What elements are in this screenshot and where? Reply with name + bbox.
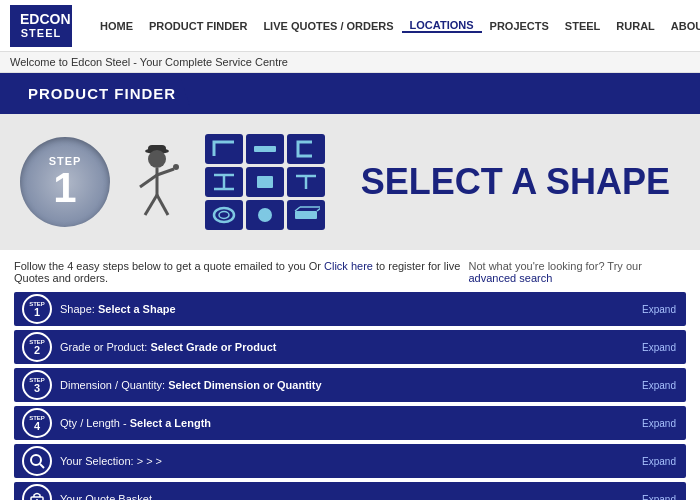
shape-square[interactable]	[246, 167, 284, 197]
logo-line1: EDCON	[20, 11, 62, 28]
search-icon	[22, 446, 52, 476]
step-badge-1: STEP 1	[22, 294, 52, 324]
shape-angle[interactable]	[205, 134, 243, 164]
step-2-expand[interactable]: Expand	[632, 342, 686, 353]
main-nav: HOME PRODUCT FINDER LIVE QUOTES / ORDERS…	[92, 19, 700, 33]
svg-point-23	[31, 455, 41, 465]
step-2-label: Grade or Product: Select Grade or Produc…	[60, 339, 632, 355]
stick-figure	[130, 137, 185, 227]
svg-line-4	[140, 175, 157, 187]
product-finder-title: PRODUCT FINDER	[14, 79, 190, 108]
header: EDCON STEEL HOME PRODUCT FINDER LIVE QUO…	[0, 0, 700, 52]
steps-intro-text: Follow the 4 easy steps below to get a q…	[14, 260, 469, 284]
step-circle: STEP 1	[20, 137, 110, 227]
step-badge-3: STEP 3	[22, 370, 52, 400]
step-badge-4: STEP 4	[22, 408, 52, 438]
nav-steel[interactable]: STEEL	[557, 20, 608, 32]
svg-rect-9	[254, 146, 276, 152]
svg-line-5	[157, 169, 174, 175]
product-finder-header-wrap: PRODUCT FINDER	[0, 73, 700, 114]
shape-pipe[interactable]	[205, 200, 243, 230]
step-row-4[interactable]: STEP 4 Qty / Length - Select a Length Ex…	[14, 406, 686, 440]
svg-rect-19	[295, 211, 317, 219]
nav-about-us[interactable]: ABOUT US	[663, 20, 700, 32]
shapes-grid	[205, 134, 325, 230]
nav-locations[interactable]: LOCATIONS	[402, 19, 482, 33]
selection-label: Your Selection: > > >	[60, 453, 632, 469]
svg-point-6	[173, 164, 179, 170]
svg-line-24	[40, 464, 44, 468]
shape-flatbar[interactable]	[246, 134, 284, 164]
svg-point-18	[258, 208, 272, 222]
advanced-search-text: Not what you're looking for? Try our adv…	[469, 260, 687, 284]
selection-expand[interactable]: Expand	[632, 456, 686, 467]
step-badge-2: STEP 2	[22, 332, 52, 362]
steps-section: Follow the 4 easy steps below to get a q…	[0, 250, 700, 500]
welcome-text: Welcome to Edcon Steel - Your Complete S…	[10, 56, 288, 68]
shape-tbar[interactable]	[287, 167, 325, 197]
step-3-expand[interactable]: Expand	[632, 380, 686, 391]
svg-line-7	[145, 195, 157, 215]
step-4-label: Qty / Length - Select a Length	[60, 415, 632, 431]
step-row-1[interactable]: STEP 1 Shape: Select a Shape Expand	[14, 292, 686, 326]
svg-rect-13	[257, 176, 273, 188]
selection-row[interactable]: Your Selection: > > > Expand	[14, 444, 686, 478]
quote-basket-expand[interactable]: Expand	[632, 494, 686, 501]
select-shape-heading: SELECT A SHAPE	[345, 161, 680, 203]
nav-home[interactable]: HOME	[92, 20, 141, 32]
quote-basket-row[interactable]: Your Quote Basket Expand	[14, 482, 686, 500]
shape-ibeam[interactable]	[205, 167, 243, 197]
step-number: 1	[53, 167, 76, 209]
step-3-label: Dimension / Quantity: Select Dimension o…	[60, 377, 632, 393]
step-row-2[interactable]: STEP 2 Grade or Product: Select Grade or…	[14, 330, 686, 364]
step-1-expand[interactable]: Expand	[632, 304, 686, 315]
quote-basket-label: Your Quote Basket	[60, 491, 632, 500]
basket-icon	[22, 484, 52, 500]
hero-section: STEP 1	[0, 114, 700, 250]
step-1-label: Shape: Select a Shape	[60, 301, 632, 317]
steps-intro: Follow the 4 easy steps below to get a q…	[14, 260, 686, 284]
nav-live-quotes[interactable]: LIVE QUOTES / ORDERS	[255, 20, 401, 32]
shape-round[interactable]	[246, 200, 284, 230]
logo[interactable]: EDCON STEEL	[10, 5, 72, 47]
logo-line2: STEEL	[20, 27, 62, 40]
welcome-bar: Welcome to Edcon Steel - Your Complete S…	[0, 52, 700, 73]
svg-point-16	[214, 208, 234, 222]
shape-plate[interactable]	[287, 200, 325, 230]
nav-product-finder[interactable]: PRODUCT FINDER	[141, 20, 255, 32]
step-row-3[interactable]: STEP 3 Dimension / Quantity: Select Dime…	[14, 368, 686, 402]
svg-point-2	[148, 150, 166, 168]
svg-line-8	[157, 195, 168, 215]
svg-point-17	[219, 212, 229, 219]
step-4-expand[interactable]: Expand	[632, 418, 686, 429]
svg-line-20	[295, 207, 300, 211]
nav-projects[interactable]: PROJECTS	[482, 20, 557, 32]
shape-channel[interactable]	[287, 134, 325, 164]
advanced-search-link[interactable]: advanced search	[469, 272, 553, 284]
nav-rural[interactable]: RURAL	[608, 20, 663, 32]
click-here-link[interactable]: Click here	[324, 260, 373, 272]
